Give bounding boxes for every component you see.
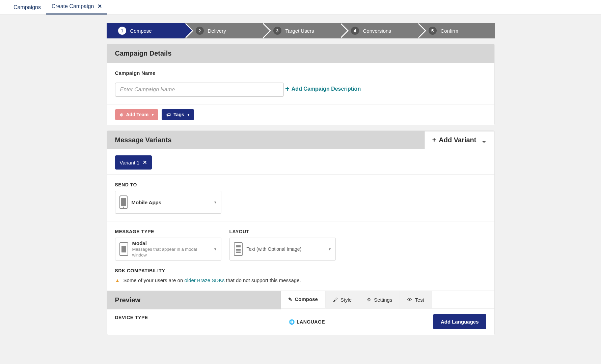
variant-tab-label: Variant 1 bbox=[120, 160, 140, 165]
add-description-label: Add Campaign Description bbox=[292, 86, 361, 92]
message-variants-card: Message Variants + Add Variant ⌄ Variant… bbox=[107, 130, 495, 335]
editor-tab-style-label: Style bbox=[340, 297, 352, 303]
preview-header: Preview bbox=[107, 291, 281, 309]
top-tabs: Campaigns Create Campaign ✕ bbox=[0, 0, 601, 15]
step-number: 2 bbox=[196, 27, 204, 35]
editor-tab-compose-label: Compose bbox=[295, 296, 318, 302]
close-icon[interactable]: ✕ bbox=[98, 3, 102, 9]
step-number: 4 bbox=[351, 27, 359, 35]
step-label: Delivery bbox=[208, 28, 226, 34]
layout-label: LAYOUT bbox=[229, 229, 336, 234]
editor-tab-test[interactable]: 👁 Test bbox=[400, 291, 432, 308]
send-to-select[interactable]: Mobile Apps ▾ bbox=[115, 191, 221, 214]
meta-row: ⊕ Add Team ▾ 🏷 Tags ▾ bbox=[107, 104, 494, 125]
send-to-label: SEND TO bbox=[115, 182, 486, 187]
step-target-users[interactable]: 3 Target Users bbox=[262, 23, 339, 38]
editor-tabs: ✎ Compose 🖌 Style ⚙ Settings 👁 bbox=[281, 291, 494, 309]
sdk-warning: ▲ Some of your users are on older Braze … bbox=[115, 277, 486, 283]
add-team-button[interactable]: ⊕ Add Team ▾ bbox=[115, 109, 159, 120]
step-number: 1 bbox=[118, 27, 126, 35]
tags-label: Tags bbox=[173, 112, 184, 117]
variant-1-tab[interactable]: Variant 1 ✕ bbox=[115, 155, 152, 170]
send-to-value: Mobile Apps bbox=[132, 200, 162, 205]
step-label: Compose bbox=[130, 28, 152, 34]
editor-tab-settings[interactable]: ⚙ Settings bbox=[359, 291, 400, 308]
message-type-label: MESSAGE TYPE bbox=[115, 229, 221, 234]
caret-down-icon: ▾ bbox=[152, 113, 154, 117]
tab-campaigns[interactable]: Campaigns bbox=[8, 0, 46, 14]
layout-text-image-icon bbox=[234, 242, 243, 256]
message-type-value: Modal bbox=[132, 240, 200, 246]
stepper: 1 Compose 2 Delivery 3 Target Users 4 Co… bbox=[107, 23, 495, 38]
sdk-compatibility-label: SDK COMPATIBILITY bbox=[115, 268, 486, 273]
language-label: 🌐 LANGUAGE bbox=[289, 319, 325, 325]
step-conversions[interactable]: 4 Conversions bbox=[339, 23, 417, 38]
eye-icon: 👁 bbox=[407, 297, 412, 302]
tab-create-campaign[interactable]: Create Campaign ✕ bbox=[46, 0, 107, 14]
step-label: Target Users bbox=[285, 28, 314, 34]
gear-icon: ⚙ bbox=[367, 297, 371, 302]
step-delivery[interactable]: 2 Delivery bbox=[184, 23, 262, 38]
step-number: 3 bbox=[273, 27, 281, 35]
caret-down-icon: ▾ bbox=[214, 247, 216, 251]
editor-tab-test-label: Test bbox=[415, 297, 424, 303]
modal-icon bbox=[119, 242, 128, 256]
caret-down-icon: ▾ bbox=[329, 247, 331, 251]
tags-button[interactable]: 🏷 Tags ▾ bbox=[162, 109, 194, 120]
step-number: 5 bbox=[429, 27, 437, 35]
message-type-description: Messages that appear in a modal window bbox=[132, 247, 200, 258]
caret-down-icon: ▾ bbox=[188, 113, 189, 117]
add-languages-button[interactable]: Add Languages bbox=[433, 314, 486, 329]
editor-tab-settings-label: Settings bbox=[374, 297, 392, 303]
layout-select[interactable]: Text (with Optional Image) ▾ bbox=[229, 238, 336, 261]
campaign-name-input[interactable] bbox=[115, 83, 284, 97]
step-confirm[interactable]: 5 Confirm bbox=[417, 23, 495, 38]
variant-tab-bar: Variant 1 ✕ bbox=[107, 149, 494, 175]
close-icon[interactable]: ✕ bbox=[143, 159, 147, 165]
brush-icon: 🖌 bbox=[333, 297, 338, 302]
tag-icon: 🏷 bbox=[166, 112, 171, 117]
campaign-details-header: Campaign Details bbox=[107, 44, 494, 63]
add-description-button[interactable]: + Add Campaign Description bbox=[285, 85, 361, 93]
step-label: Confirm bbox=[441, 28, 459, 34]
plus-icon: + bbox=[285, 85, 290, 93]
campaign-name-label: Campaign Name bbox=[115, 70, 486, 76]
chevron-down-icon: ⌄ bbox=[481, 136, 487, 144]
layout-value: Text (with Optional Image) bbox=[247, 246, 302, 252]
campaign-details-card: Campaign Details Campaign Name + Add Cam… bbox=[107, 44, 495, 125]
add-team-label: Add Team bbox=[126, 112, 149, 117]
add-variant-label: Add Variant bbox=[439, 136, 476, 144]
editor-tab-style[interactable]: 🖌 Style bbox=[326, 291, 359, 308]
message-type-select[interactable]: Modal Messages that appear in a modal wi… bbox=[115, 238, 221, 261]
editor-tab-compose[interactable]: ✎ Compose bbox=[281, 291, 326, 308]
add-variant-button[interactable]: + Add Variant ⌄ bbox=[425, 131, 494, 149]
pencil-icon: ✎ bbox=[288, 297, 292, 302]
device-type-label: DEVICE TYPE bbox=[115, 315, 273, 320]
warning-icon: ▲ bbox=[115, 277, 120, 283]
message-variants-title: Message Variants bbox=[115, 136, 172, 144]
editor-row: Preview DEVICE TYPE ✎ Compose 🖌 Style bbox=[107, 291, 494, 335]
caret-down-icon: ▾ bbox=[214, 200, 216, 205]
older-sdks-link[interactable]: older Braze SDKs bbox=[184, 277, 224, 283]
sdk-warning-text-post: that do not support this message. bbox=[225, 277, 301, 283]
plus-icon: + bbox=[432, 136, 436, 144]
step-compose[interactable]: 1 Compose bbox=[107, 23, 184, 38]
mobile-apps-icon bbox=[119, 195, 128, 209]
message-variants-header: Message Variants + Add Variant ⌄ bbox=[107, 131, 494, 149]
sdk-warning-text-pre: Some of your users are on bbox=[124, 277, 185, 283]
globe-icon: ⊕ bbox=[120, 112, 124, 117]
tab-create-campaign-label: Create Campaign bbox=[52, 3, 94, 9]
globe-icon: 🌐 bbox=[289, 319, 295, 325]
step-label: Conversions bbox=[363, 28, 391, 34]
language-label-text: LANGUAGE bbox=[297, 319, 325, 325]
